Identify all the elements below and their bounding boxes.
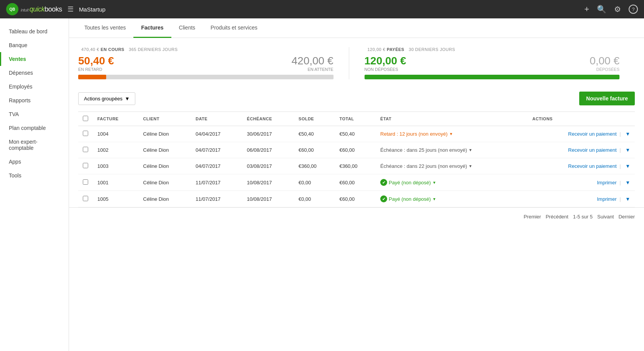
paid-amount: 120,00 € bbox=[365, 55, 406, 67]
row-date: 04/04/2017 bbox=[191, 126, 242, 142]
status-chevron-icon[interactable]: ▼ bbox=[449, 132, 453, 136]
status-chevron-icon[interactable]: ▼ bbox=[468, 148, 472, 152]
sidebar-item-plan-comptable[interactable]: Plan comptable bbox=[0, 121, 69, 135]
row-actions: Recevoir un paiement | ▼ bbox=[528, 126, 635, 142]
hamburger-menu-icon[interactable]: ☰ bbox=[67, 5, 74, 13]
pagination-first[interactable]: Premier bbox=[524, 214, 541, 220]
row-checkbox-cell bbox=[78, 142, 93, 158]
row-etat: Échéance : dans 25 jours (non envoyé) ▼ bbox=[376, 142, 528, 158]
row-date: 04/07/2017 bbox=[191, 158, 242, 174]
new-invoice-button[interactable]: Nouvelle facture bbox=[579, 92, 635, 105]
payees-label-text: PAYÉES bbox=[387, 47, 404, 52]
row-checkbox[interactable] bbox=[83, 163, 88, 168]
encours-period: 365 DERNIERS JOURS bbox=[129, 47, 178, 52]
row-actions: Recevoir un paiement | ▼ bbox=[528, 142, 635, 158]
row-checkbox-cell bbox=[78, 126, 93, 142]
tab-clients[interactable]: Clients bbox=[171, 18, 203, 38]
row-echeance: 06/08/2017 bbox=[242, 142, 294, 158]
sidebar-item-banque[interactable]: Banque bbox=[0, 38, 69, 52]
row-id: 1001 bbox=[93, 174, 138, 191]
group-actions-button[interactable]: Actions groupées ▼ bbox=[78, 92, 135, 105]
qb-logo-svg: QB bbox=[8, 5, 16, 13]
row-solde: €0,00 bbox=[294, 174, 335, 191]
actions-bar: Actions groupées ▼ Nouvelle facture bbox=[69, 85, 644, 112]
action-dropdown-icon[interactable]: ▼ bbox=[625, 131, 630, 137]
action-separator: | bbox=[618, 147, 623, 153]
qb-logo[interactable]: QB intuit quickbooks bbox=[6, 3, 62, 15]
row-etat-content: Retard : 12 jours (non envoyé) ▼ bbox=[380, 131, 523, 137]
status-chevron-icon[interactable]: ▼ bbox=[468, 164, 472, 168]
action-dropdown-icon[interactable]: ▼ bbox=[625, 180, 630, 185]
tab-factures[interactable]: Factures bbox=[133, 18, 171, 38]
status-chevron-icon[interactable]: ▼ bbox=[432, 180, 436, 185]
row-action-link[interactable]: Recevoir un paiement bbox=[568, 147, 616, 153]
action-dropdown-icon[interactable]: ▼ bbox=[625, 196, 630, 202]
row-solde: €0,00 bbox=[294, 191, 335, 207]
row-actions: Imprimer | ▼ bbox=[528, 191, 635, 207]
th-checkbox bbox=[78, 112, 93, 126]
sidebar-item-rapports[interactable]: Rapports bbox=[0, 93, 69, 107]
top-nav: QB intuit quickbooks ☰ MaStartup + 🔍 ⚙ ? bbox=[0, 0, 644, 18]
row-id: 1005 bbox=[93, 191, 138, 207]
table-header-row: FACTURE CLIENT DATE ÉCHÉANCE SOLDE TOTAL… bbox=[78, 112, 635, 126]
qb-logo-text: intuit quickbooks bbox=[21, 5, 62, 13]
row-solde: €360,00 bbox=[294, 158, 335, 174]
deposited-amount: 0,00 € bbox=[590, 55, 619, 67]
row-total: €60,00 bbox=[335, 174, 376, 191]
pending-amount: 420,00 € bbox=[292, 55, 334, 67]
row-etat-content: ✔Payé (non déposé) ▼ bbox=[380, 195, 523, 202]
invoice-table-container: FACTURE CLIENT DATE ÉCHÉANCE SOLDE TOTAL… bbox=[69, 112, 644, 207]
row-checkbox[interactable] bbox=[83, 131, 88, 136]
row-total: €60,00 bbox=[335, 191, 376, 207]
pagination-prev[interactable]: Précédent bbox=[545, 214, 568, 220]
pagination-info: 1-5 sur 5 bbox=[573, 214, 593, 220]
row-action-link[interactable]: Recevoir un paiement bbox=[568, 163, 616, 169]
top-nav-right: + 🔍 ⚙ ? bbox=[584, 4, 638, 14]
dropdown-arrow-icon: ▼ bbox=[125, 96, 130, 102]
action-dropdown-icon[interactable]: ▼ bbox=[625, 163, 630, 169]
th-facture: FACTURE bbox=[93, 112, 138, 126]
row-action-link[interactable]: Imprimer bbox=[597, 180, 616, 185]
payees-progress-bar bbox=[365, 75, 620, 79]
row-action-link[interactable]: Recevoir un paiement bbox=[568, 131, 616, 137]
row-checkbox[interactable] bbox=[83, 147, 88, 152]
row-checkbox[interactable] bbox=[83, 196, 88, 201]
row-solde: €60,00 bbox=[294, 142, 335, 158]
row-client: Céline Dion bbox=[138, 158, 191, 174]
payees-label: 120,00 € PAYÉES 30 DERNIERS JOURS bbox=[365, 47, 620, 52]
sidebar-item-employes[interactable]: Employés bbox=[0, 80, 69, 93]
tab-toutes-les-ventes[interactable]: Toutes les ventes bbox=[77, 18, 133, 38]
sidebar-item-tableau-de-bord[interactable]: Tableau de bord bbox=[0, 25, 69, 38]
pagination: Premier Précédent 1-5 sur 5 Suivant Dern… bbox=[69, 207, 644, 226]
table-row: 1002Céline Dion04/07/201706/08/2017€60,0… bbox=[78, 142, 635, 158]
paid-label: NON DÉPOSÉES bbox=[365, 67, 406, 72]
sidebar-item-tva[interactable]: TVA bbox=[0, 107, 69, 121]
help-icon[interactable]: ? bbox=[629, 5, 638, 14]
sidebar-item-depenses[interactable]: Dépenses bbox=[0, 66, 69, 80]
search-icon[interactable]: 🔍 bbox=[597, 5, 606, 14]
deposited-block: 0,00 € DÉPOSÉES bbox=[590, 55, 619, 72]
row-echeance: 30/06/2017 bbox=[242, 126, 294, 142]
summary-encours: 470,40 € EN COURS 365 DERNIERS JOURS 50,… bbox=[78, 47, 349, 79]
sidebar-item-tools[interactable]: Tools bbox=[0, 169, 69, 182]
sidebar-item-mon-expert-comptable[interactable]: Mon expert-comptable bbox=[0, 135, 69, 155]
pagination-last[interactable]: Dernier bbox=[618, 214, 635, 220]
row-checkbox[interactable] bbox=[83, 179, 88, 185]
row-etat-content: Échéance : dans 25 jours (non envoyé) ▼ bbox=[380, 147, 523, 153]
overdue-progress-fill bbox=[78, 75, 106, 79]
table-header: FACTURE CLIENT DATE ÉCHÉANCE SOLDE TOTAL… bbox=[78, 112, 635, 126]
settings-icon[interactable]: ⚙ bbox=[614, 5, 621, 14]
action-separator: | bbox=[618, 131, 623, 137]
sidebar-item-apps[interactable]: Apps bbox=[0, 155, 69, 169]
sidebar-item-ventes[interactable]: Ventes bbox=[0, 52, 69, 66]
sidebar: Tableau de bordBanqueVentesDépensesEmplo… bbox=[0, 18, 69, 351]
add-icon[interactable]: + bbox=[584, 4, 589, 14]
status-chevron-icon[interactable]: ▼ bbox=[432, 197, 436, 201]
select-all-checkbox[interactable] bbox=[83, 116, 88, 121]
row-action-link[interactable]: Imprimer bbox=[597, 196, 616, 202]
table-row: 1004Céline Dion04/04/201730/06/2017€50,4… bbox=[78, 126, 635, 142]
tab-produits-et-services[interactable]: Produits et services bbox=[203, 18, 265, 38]
action-dropdown-icon[interactable]: ▼ bbox=[625, 147, 630, 153]
paid-check-icon: ✔ bbox=[380, 179, 387, 186]
pagination-next[interactable]: Suivant bbox=[597, 214, 614, 220]
